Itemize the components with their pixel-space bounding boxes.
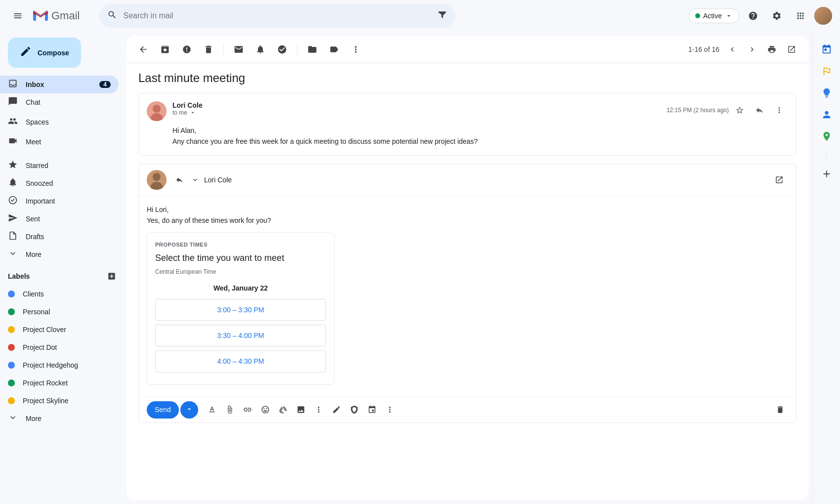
snooze-button[interactable] xyxy=(252,41,269,58)
email-to-1[interactable]: to me xyxy=(172,109,661,116)
move-to-button[interactable] xyxy=(303,41,321,58)
reply-actions-top xyxy=(770,171,788,189)
prev-page-button[interactable] xyxy=(723,41,741,58)
reply-collapse-button[interactable] xyxy=(172,173,186,187)
emoji-button[interactable] xyxy=(257,402,273,418)
pagination-text: 1-16 of 16 xyxy=(688,45,719,53)
sidebar-item-spaces[interactable]: Spaces xyxy=(0,113,119,131)
active-status-button[interactable]: Active xyxy=(689,8,739,23)
right-tasks-button[interactable] xyxy=(817,61,837,81)
more-options-button[interactable] xyxy=(311,402,327,418)
right-keep-button[interactable] xyxy=(817,83,837,103)
add-label-button[interactable] xyxy=(105,269,119,283)
proposed-timezone: Central European Time xyxy=(155,267,326,277)
time-slot-3[interactable]: 4:00 – 4:30 PM xyxy=(155,350,326,372)
more-actions-button[interactable] xyxy=(347,41,365,58)
menu-button[interactable] xyxy=(8,6,28,26)
label-project-hedgehog[interactable]: Project Hedgehog xyxy=(0,356,119,374)
inbox-badge: 4 xyxy=(99,81,111,88)
label-project-dot-text: Project Dot xyxy=(23,343,57,351)
search-input[interactable] xyxy=(123,11,431,20)
right-add-button[interactable] xyxy=(817,164,837,184)
sidebar-item-meet[interactable]: Meet xyxy=(0,133,119,151)
email-toolbar: 1-16 of 16 xyxy=(126,36,808,63)
schedule-send-button[interactable] xyxy=(364,402,380,418)
labels-button[interactable] xyxy=(325,41,343,58)
insert-link-button[interactable] xyxy=(240,402,255,418)
open-in-new-button[interactable] xyxy=(783,41,800,58)
sidebar-labels-more[interactable]: More xyxy=(0,410,119,427)
sidebar-item-sent[interactable]: Sent xyxy=(0,210,119,228)
send-dropdown-button[interactable] xyxy=(180,401,198,419)
help-button[interactable] xyxy=(743,6,763,26)
label-dot-clients xyxy=(8,291,15,297)
sidebar-item-more[interactable]: More xyxy=(0,246,119,263)
label-project-dot[interactable]: Project Dot xyxy=(0,338,119,356)
important-icon xyxy=(8,195,18,207)
sidebar-item-inbox[interactable]: Inbox 4 xyxy=(0,76,119,93)
back-button[interactable] xyxy=(134,41,152,58)
gmail-logo: Gmail xyxy=(32,7,80,25)
send-button[interactable]: Send xyxy=(147,401,179,419)
active-text: Active xyxy=(703,12,722,20)
label-project-skyline[interactable]: Project Skyline xyxy=(0,392,119,410)
right-calendar-button[interactable] xyxy=(817,40,837,59)
archive-button[interactable] xyxy=(156,41,174,58)
star-message-1-button[interactable] xyxy=(731,101,749,119)
attach-file-button[interactable] xyxy=(222,402,238,418)
svg-point-2 xyxy=(153,105,161,113)
compose-button[interactable]: Compose xyxy=(8,38,81,68)
more-message-1-button[interactable] xyxy=(770,101,788,119)
label-personal[interactable]: Personal xyxy=(0,303,119,321)
search-filter-icon[interactable] xyxy=(437,10,447,22)
delete-button[interactable] xyxy=(200,41,217,58)
right-maps-button[interactable] xyxy=(817,126,837,146)
more-icon xyxy=(8,249,18,260)
discard-draft-button[interactable] xyxy=(772,402,788,418)
avatar-image xyxy=(814,7,832,25)
sidebar-item-starred[interactable]: Starred xyxy=(0,157,119,174)
reply-body: Hi Lori, Yes, do any of these times work… xyxy=(139,196,796,397)
settings-button[interactable] xyxy=(767,6,787,26)
apps-button[interactable] xyxy=(791,6,810,26)
compose-icon xyxy=(20,45,32,60)
reply-compose-toolbar: Send xyxy=(139,397,796,422)
sidebar-item-important[interactable]: Important xyxy=(0,192,119,210)
sidebar-item-snoozed[interactable]: Snoozed xyxy=(0,174,119,192)
sender-info-1: Lori Cole to me xyxy=(172,101,661,116)
time-slot-2[interactable]: 3:30 – 4:00 PM xyxy=(155,325,326,346)
sidebar-item-drafts[interactable]: Drafts xyxy=(0,228,119,246)
pencil-button[interactable] xyxy=(329,402,344,418)
toolbar-sep-2 xyxy=(297,43,297,55)
confidential-button[interactable] xyxy=(346,402,362,418)
time-slot-1[interactable]: 3:00 – 3:30 PM xyxy=(155,299,326,321)
meet-icon xyxy=(8,136,18,148)
lori-avatar-image xyxy=(147,101,167,121)
label-dot-dot xyxy=(8,344,15,351)
avatar[interactable] xyxy=(814,7,832,25)
format-text-button[interactable] xyxy=(204,402,220,418)
label-project-clover[interactable]: Project Clover xyxy=(0,321,119,338)
sender-avatar-1 xyxy=(147,101,167,121)
add-to-tasks-button[interactable] xyxy=(273,41,291,58)
chat-nav-icon xyxy=(8,96,18,108)
search-icon xyxy=(107,10,117,22)
print-button[interactable] xyxy=(763,41,781,58)
label-project-rocket[interactable]: Project Rocket xyxy=(0,374,119,392)
label-clients[interactable]: Clients xyxy=(0,285,119,303)
reply-message-1-button[interactable] xyxy=(751,101,768,119)
reply-expand-button[interactable] xyxy=(188,173,202,187)
mark-unread-button[interactable] xyxy=(230,41,248,58)
open-reply-button[interactable] xyxy=(770,171,788,189)
more-compose-button[interactable] xyxy=(382,402,398,418)
next-page-button[interactable] xyxy=(743,41,761,58)
reply-sender-name: Lori Cole xyxy=(204,176,764,184)
more-label: More xyxy=(26,251,111,258)
insert-photo-button[interactable] xyxy=(293,402,309,418)
report-spam-button[interactable] xyxy=(178,41,196,58)
right-contacts-button[interactable] xyxy=(817,105,837,125)
sidebar-item-chat[interactable]: Chat xyxy=(0,93,119,111)
drive-button[interactable] xyxy=(275,402,291,418)
proposed-date: Wed, January 22 xyxy=(155,283,326,294)
compose-label: Compose xyxy=(38,49,69,57)
